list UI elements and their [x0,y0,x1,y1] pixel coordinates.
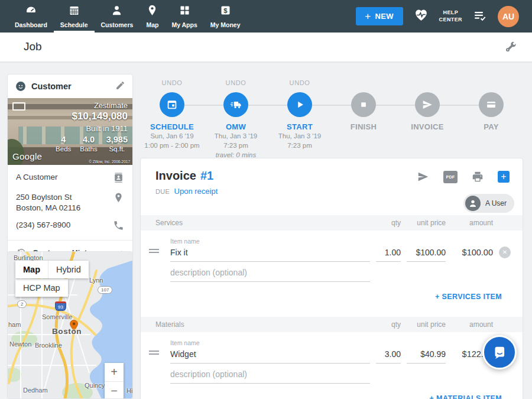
customers-icon [111,4,123,19]
add-materials-item-link[interactable]: + MATERIALS ITEM [430,394,502,399]
omw-step-button[interactable] [223,92,248,117]
credit-card-icon[interactable] [479,92,504,117]
invoice-step-button[interactable] [415,92,440,117]
paper-plane-icon [417,170,430,183]
material-description-input[interactable] [170,367,370,384]
plus-icon: + [365,11,371,21]
hcp-map-button[interactable]: HCP Map [15,279,68,297]
finish-step-button[interactable] [351,92,376,117]
route-107-shield: 107 [98,286,112,294]
property-stats: 4Beds 4.0Baths 3,985Sq.ft. [56,135,128,153]
assigned-user-chip[interactable]: A User [463,194,514,213]
phone-icon[interactable] [113,220,124,233]
health-heart-icon[interactable] [414,8,429,25]
play-icon [293,98,306,111]
add-services-item-link[interactable]: + SERVICES ITEM [435,293,502,301]
zillow-copyright: © Zillow, Inc. 2006-2017 [89,160,130,164]
customer-card-title: Customer [31,82,72,91]
service-name-input[interactable] [170,245,370,262]
map-zoom-control: + − [105,363,124,399]
invoice-number[interactable]: #1 [200,169,213,183]
nav-label: My Apps [171,21,197,28]
timeline-step-omw: UNDO OMW Thu, Jan 3 '19 7:23 pm travel: … [204,79,268,155]
zoom-out-button[interactable]: − [105,382,124,399]
add-invoice-button[interactable]: + [498,171,510,183]
nav-dashboard[interactable]: Dashboard [8,0,54,33]
nav-my-money[interactable]: $ My Money [204,0,247,33]
due-terms-link[interactable]: Upon receipt [174,187,218,196]
drag-handle-icon[interactable] [149,247,164,255]
material-name-input[interactable] [170,347,370,364]
undo-start-button[interactable]: UNDO [268,79,332,87]
delete-service-item-button[interactable]: ✕ [499,246,511,258]
help-center-button[interactable]: HELP CENTER [439,9,462,23]
start-step-button[interactable] [287,92,312,117]
qty-column-header: qty [376,219,401,227]
material-unit-price-input[interactable] [407,347,446,364]
contact-card-icon[interactable] [113,172,124,186]
built-year: Built in 1911 [86,124,128,133]
customer-phone: (234) 567-8900 [16,220,70,231]
schedule-icon [68,4,80,19]
chat-support-button[interactable] [482,335,517,369]
service-amount: $100.00 [452,248,493,262]
plus-icon: + [501,172,506,181]
schedule-step-button[interactable] [160,92,184,117]
nav-my-apps[interactable]: My Apps [165,0,203,33]
apps-grid-icon [179,4,191,19]
location-pin-icon[interactable] [113,192,124,206]
qty-column-header: qty [376,320,401,329]
invoice-title: Invoice [155,169,196,183]
street-view-icon[interactable] [12,102,25,111]
invoice-header: Invoice #1 DUE Upon receipt PDF + A User [141,158,523,215]
materials-title: Materials [149,320,370,329]
map-label-brookline: Brookline [35,342,62,349]
map-type-hybrid-button[interactable]: Hybrid [48,261,89,278]
map-widget: Burlington Lynn 107 2 93 Somerville ham … [7,251,133,399]
pdf-icon: PDF [443,171,458,183]
page-header: Job [0,33,532,62]
drag-handle-icon[interactable] [149,349,164,356]
pdf-button[interactable]: PDF [443,171,458,183]
service-qty-input[interactable] [376,245,401,262]
nav-map[interactable]: Map [140,0,165,33]
customer-name: A Customer [16,172,58,183]
map-label-boston: Boston [52,327,82,336]
calendar-icon [166,98,179,111]
map-label-hi: Hi [126,387,132,394]
print-button[interactable] [471,170,484,183]
top-nav: Dashboard Schedule Customers Map My Apps… [0,0,532,33]
customer-card: Customer Zestimate $10,149,080 Built in … [7,74,133,265]
nav-schedule[interactable]: Schedule [54,0,95,33]
unit-price-column-header: unit price [407,320,446,329]
map-type-map-button[interactable]: Map [15,261,48,278]
user-avatar[interactable]: AU [498,6,519,27]
timeline-step-pay: PAY [459,79,523,155]
page-title: Job [24,40,42,53]
customer-address-line1: 250 Boylston St [16,193,72,202]
map-label-newton: Newton [9,340,31,348]
property-photo: Zestimate $10,149,080 Built in 1911 4Bed… [8,98,132,165]
job-timeline: UNDO SCHEDULE Sun, Jan 6 '19 1:00 pm - 2… [140,79,523,155]
stop-icon [357,98,370,111]
timeline-step-invoice: INVOICE [395,79,459,155]
nav-label: Map [146,21,158,28]
service-description-input[interactable] [170,265,370,282]
nav-label: Customers [101,21,134,28]
nav-items: Dashboard Schedule Customers Map My Apps… [0,0,247,33]
send-invoice-button[interactable] [417,170,430,183]
interstate-93-shield: 93 [55,301,66,311]
activity-list-icon[interactable] [473,8,487,25]
close-icon: ✕ [502,249,507,255]
material-qty-input[interactable] [376,347,401,364]
customer-face-icon [15,80,27,92]
service-unit-price-input[interactable] [407,245,446,262]
new-button[interactable]: + NEW [356,7,403,25]
job-settings-tools-icon[interactable] [504,40,518,54]
undo-schedule-button[interactable]: UNDO [140,79,204,87]
nav-customers[interactable]: Customers [95,0,140,33]
item-name-label: Item name [170,238,370,245]
undo-omw-button[interactable]: UNDO [204,79,268,87]
zoom-in-button[interactable]: + [105,363,124,381]
edit-customer-pencil-icon[interactable] [115,80,125,92]
